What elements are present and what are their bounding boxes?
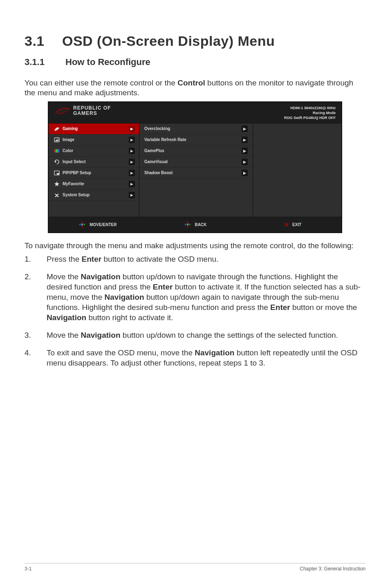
osd-right-column <box>253 123 341 217</box>
subsection-title-text: How to Reconfigure <box>65 57 150 67</box>
osd-menu-item[interactable]: PIP/PBP Setup▶ <box>49 168 139 179</box>
chevron-right-icon: ▶ <box>242 170 248 176</box>
osd-submenu-item[interactable]: Overclocking▶ <box>139 123 253 135</box>
svg-marker-13 <box>79 223 81 226</box>
step-number: 3. <box>25 330 31 340</box>
footer-back-label: BACK <box>195 222 207 227</box>
step-text: button right to activate it. <box>86 313 173 322</box>
step-number: 1. <box>25 254 31 264</box>
osd-menu-item[interactable]: Input Select▶ <box>49 157 139 168</box>
menu-item-icon <box>53 159 61 165</box>
section-heading: 3.1OSD (On-Screen Display) Menu <box>25 33 365 49</box>
footer-chapter: Chapter 3: General Instruction <box>300 566 365 572</box>
menu-item-icon <box>53 126 61 132</box>
chevron-right-icon: ▶ <box>129 181 135 187</box>
svg-marker-1 <box>55 139 58 141</box>
osd-submenu-item[interactable]: Variable Refresh Rate▶ <box>139 135 253 146</box>
svg-rect-3 <box>56 149 58 153</box>
osd-logo-text: REPUBLIC OF GAMERS <box>73 105 111 116</box>
osd-header: REPUBLIC OF GAMERS HDMI-1 3840x2160@ 60H… <box>49 102 341 123</box>
osd-window: REPUBLIC OF GAMERS HDMI-1 3840x2160@ 60H… <box>48 101 342 233</box>
submenu-label: Overclocking <box>144 126 170 131</box>
footer-move-label: MOVE/ENTER <box>90 222 117 227</box>
footer-page-number: 3-1 <box>25 566 31 572</box>
menu-item-icon <box>53 192 61 198</box>
joystick-icon <box>78 220 86 229</box>
chevron-right-icon: ▶ <box>129 126 135 132</box>
svg-marker-11 <box>81 221 83 223</box>
osd-footer-move[interactable]: MOVE/ENTER <box>49 217 146 232</box>
step-bold-text: Enter <box>153 283 173 291</box>
step-text: Move the <box>47 272 81 281</box>
osd-menu-item[interactable]: Image▶ <box>49 135 139 146</box>
step-text: Press the <box>47 255 82 263</box>
menu-item-icon <box>53 148 61 154</box>
step-number: 2. <box>25 272 31 282</box>
step-item: 3.Move the Navigation button up/down to … <box>25 330 365 340</box>
steps-list: 1.Press the Enter button to activate the… <box>25 254 365 368</box>
step-item: 2.Move the Navigation button up/down to … <box>25 272 365 323</box>
rog-eye-icon <box>54 106 71 116</box>
svg-rect-4 <box>58 149 59 153</box>
chevron-right-icon: ▶ <box>129 137 135 143</box>
submenu-label: Shadow Boost <box>144 171 173 175</box>
osd-submenu-item[interactable]: Shadow Boost▶ <box>139 168 253 179</box>
step-bold-text: Navigation <box>47 313 86 322</box>
chevron-right-icon: ▶ <box>242 148 248 154</box>
osd-menu-item[interactable]: Gaming▶ <box>49 123 139 135</box>
osd-footer-back[interactable]: BACK <box>146 217 244 232</box>
osd-left-column: Gaming▶Image▶Color▶Input Select▶PIP/PBP … <box>49 123 139 217</box>
osd-submenu-item[interactable]: GamePlus▶ <box>139 146 253 157</box>
step-text: To exit and save the OSD menu, move the <box>47 348 195 357</box>
menu-item-icon <box>53 137 61 143</box>
section-number: 3.1 <box>25 33 62 49</box>
logo-line2: GAMERS <box>73 111 111 116</box>
svg-rect-2 <box>54 149 56 153</box>
menu-item-icon <box>53 170 61 176</box>
step-bold-text: Enter <box>270 303 290 312</box>
menu-item-label: Image <box>61 137 129 142</box>
osd-middle-column: Overclocking▶Variable Refresh Rate▶GameP… <box>139 123 253 217</box>
svg-marker-18 <box>184 223 186 226</box>
svg-point-20 <box>186 224 188 226</box>
step-bold-text: Navigation <box>81 272 120 281</box>
page-footer: 3-1 Chapter 3: General Instruction <box>25 563 365 572</box>
section-title-text: OSD (On-Screen Display) Menu <box>62 33 275 49</box>
step-bold-text: Navigation <box>81 331 120 339</box>
menu-item-label: MyFavorite <box>61 182 129 186</box>
menu-item-label: Input Select <box>61 159 129 164</box>
svg-marker-14 <box>84 223 85 226</box>
menu-item-label: Gaming <box>61 126 129 131</box>
osd-submenu-item[interactable]: GameVisual▶ <box>139 157 253 168</box>
osd-footer: MOVE/ENTER BACK ✕ EXIT <box>49 217 341 232</box>
svg-marker-19 <box>189 223 191 226</box>
svg-marker-17 <box>186 226 189 228</box>
chevron-right-icon: ▶ <box>242 137 248 143</box>
submenu-label: GamePlus <box>144 148 164 153</box>
svg-rect-7 <box>57 173 59 175</box>
step-text: button or move the <box>290 303 357 312</box>
chevron-right-icon: ▶ <box>129 170 135 176</box>
step-bold-text: Navigation <box>105 293 144 301</box>
svg-marker-8 <box>54 182 59 186</box>
step-text: Move the <box>47 331 81 339</box>
subsection-number: 3.1.1 <box>25 57 65 67</box>
osd-menu-item[interactable]: System Setup▶ <box>49 190 139 201</box>
osd-menu-item[interactable]: MyFavorite▶ <box>49 179 139 190</box>
step-item: 1.Press the Enter button to activate the… <box>25 254 365 264</box>
menu-item-label: Color <box>61 148 129 153</box>
menu-item-icon <box>53 181 61 187</box>
osd-status: HDMI-1 3840x2160@ 60Hz Racing Mode ROG S… <box>284 105 336 120</box>
osd-menu-item[interactable]: Color▶ <box>49 146 139 157</box>
chevron-right-icon: ▶ <box>129 192 135 198</box>
footer-exit-label: EXIT <box>292 222 301 227</box>
status-line-3: ROG Swift PG48UQ HDR OFF <box>284 115 336 120</box>
step-text: button to activate the OSD menu. <box>101 255 218 263</box>
osd-footer-exit[interactable]: ✕ EXIT <box>244 217 341 232</box>
osd-body: Gaming▶Image▶Color▶Input Select▶PIP/PBP … <box>49 123 341 217</box>
menu-item-label: System Setup <box>61 193 129 197</box>
step-bold-text: Navigation <box>195 348 234 357</box>
status-line-2: Racing Mode <box>284 110 336 115</box>
subsection-heading: 3.1.1How to Reconfigure <box>25 57 365 67</box>
chevron-right-icon: ▶ <box>242 126 248 132</box>
